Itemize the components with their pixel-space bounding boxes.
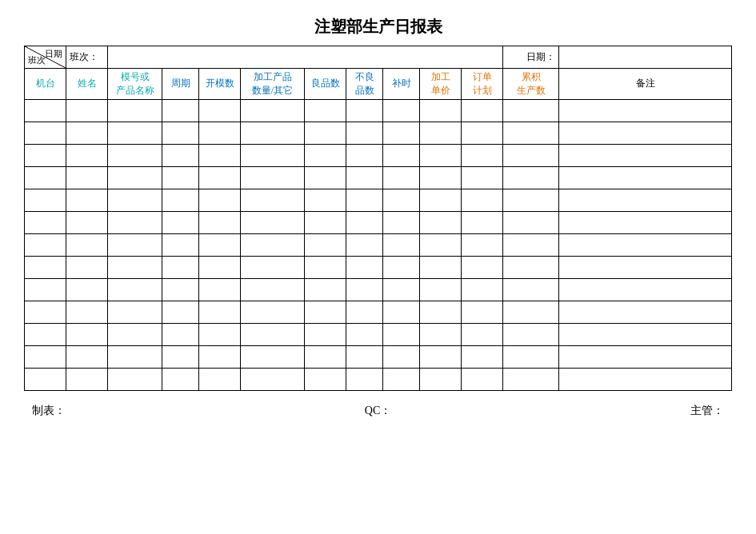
banci-diagonal-label: 班次 — [28, 54, 46, 66]
col-muju: 模号或产品名称 — [108, 69, 162, 100]
table-row — [25, 256, 732, 278]
table-row — [25, 211, 732, 233]
table-row — [25, 278, 732, 301]
table-row — [25, 301, 732, 323]
table-row — [25, 144, 732, 166]
col-jiagongdanjia: 加工单价 — [420, 69, 462, 100]
col-bushi: 补时 — [383, 69, 420, 100]
table-row — [25, 345, 732, 368]
footer: 制表： QC： 主管： — [24, 404, 732, 418]
col-zhouqi: 周期 — [162, 69, 199, 100]
qc-label: QC： — [365, 404, 391, 418]
col-jitai: 机台 — [25, 69, 66, 100]
col-xingming: 姓名 — [66, 69, 108, 100]
table-row — [25, 99, 732, 122]
main-table: 日期 班次 班次： 日期： 机台 姓名 模号或产品名称 周期 开模数 加工产品数… — [24, 46, 732, 391]
riqi-header-cell: 日期： — [503, 46, 559, 69]
table-row — [25, 166, 732, 189]
col-beizhu: 备注 — [559, 69, 732, 100]
banci-header-cell: 班次： — [66, 46, 108, 69]
col-leiji: 累积生产数 — [503, 69, 559, 100]
page-title: 注塑部生产日报表 — [24, 16, 732, 38]
table-row — [25, 368, 732, 390]
table-container: 日期 班次 班次： 日期： 机台 姓名 模号或产品名称 周期 开模数 加工产品数… — [24, 46, 732, 391]
table-row — [25, 122, 732, 144]
table-row — [25, 233, 732, 256]
riqi-label: 日期： — [526, 51, 555, 62]
banci-label: 班次： — [70, 51, 98, 62]
col-kaimoshu: 开模数 — [199, 69, 241, 100]
column-header-row: 机台 姓名 模号或产品名称 周期 开模数 加工产品数量/其它 良品数 不良品数 … — [25, 69, 732, 100]
col-buliangpin: 不良品数 — [346, 69, 383, 100]
col-liangpin: 良品数 — [305, 69, 346, 100]
zhuguan-label: 主管： — [690, 404, 724, 418]
riqi-diagonal-label: 日期 — [45, 48, 62, 60]
zhibiao-label: 制表： — [32, 404, 66, 418]
table-row — [25, 323, 732, 345]
header-row-banci: 日期 班次 班次： 日期： — [25, 46, 732, 69]
table-row — [25, 189, 732, 211]
col-dingdan: 订单计划 — [462, 69, 503, 100]
col-jiagong: 加工产品数量/其它 — [241, 69, 305, 100]
